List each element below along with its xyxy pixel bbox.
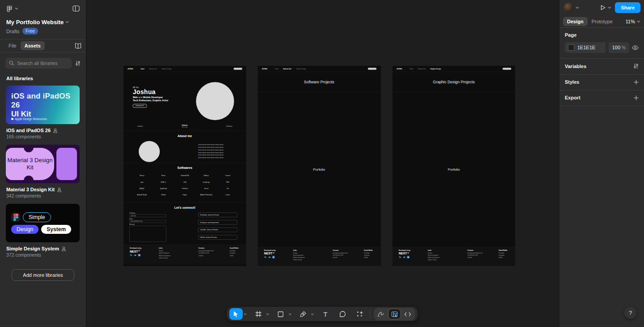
bottom-toolbar: T <box>226 307 418 321</box>
variables-section[interactable]: Variables <box>559 59 644 75</box>
add-style-plus-icon[interactable] <box>634 80 639 85</box>
library-card-simple-design-system[interactable]: Simple Design System <box>6 204 80 242</box>
toggle-panel-icon[interactable] <box>73 5 80 12</box>
library-card-ios26[interactable]: iOS and iPadOS 26 UI Kit Apple Design Re… <box>6 86 80 124</box>
page-color-swatch[interactable] <box>568 44 574 51</box>
nav-graphics-design[interactable]: Graphics Design <box>431 68 441 69</box>
canvas[interactable]: JOSH. Home Software Dev Graphics Design … <box>86 0 559 327</box>
zoom-level-control[interactable]: 11% <box>626 19 640 24</box>
softwares-title: Softwares <box>124 163 246 170</box>
footer-contacts: penuelajoshua@gmail.com+63-908-956-1218L… <box>198 250 230 257</box>
design-mode-button[interactable] <box>388 309 401 319</box>
site-logo[interactable]: JOSH. <box>397 68 403 70</box>
avatar-chevron-icon[interactable] <box>576 6 579 9</box>
stat-followers: Followers <box>226 125 233 127</box>
user-avatar[interactable] <box>564 3 574 13</box>
nav-graphics-design[interactable]: Graphics Design <box>296 68 306 69</box>
footer-contact[interactable]: LinkedIn <box>198 254 230 257</box>
social-link-box[interactable]: Github: Joshua Penuela <box>198 235 237 240</box>
nav-home[interactable]: Home <box>141 68 145 69</box>
software-item: Node.js <box>196 175 217 176</box>
plan-badge[interactable]: Free <box>22 28 38 34</box>
site-logo[interactable]: JOSH. <box>128 68 134 70</box>
dev-mode-button[interactable] <box>401 309 414 319</box>
zoom-level-value: 11% <box>626 19 635 24</box>
page-color-input[interactable]: 1E1E1E <box>565 42 606 53</box>
header-toggle-pill[interactable] <box>503 68 511 69</box>
library-search[interactable] <box>5 58 72 69</box>
nav-software-dev[interactable]: Software Dev <box>283 68 292 69</box>
footer-link[interactable]: Graphic Design <box>159 257 198 259</box>
footer-link[interactable]: Graphic Design <box>293 259 333 261</box>
filter-sliders-icon[interactable] <box>75 60 81 66</box>
file-menu-chevron-icon[interactable] <box>65 21 69 23</box>
cover-pill-design: Design <box>11 225 38 234</box>
tab-file[interactable]: File <box>4 41 21 50</box>
share-button[interactable]: Share <box>615 2 640 13</box>
nav-software-dev[interactable]: Software Dev <box>418 68 426 69</box>
text-tool[interactable]: T <box>319 308 332 320</box>
footer-contacts-title: Contacts <box>333 250 364 251</box>
pen-tool[interactable] <box>296 308 310 320</box>
full-name-field[interactable]: John Doe <box>129 215 166 217</box>
social-link-box[interactable]: LinkedIn: Joshua Peñuela <box>198 228 237 232</box>
footer-social-link[interactable]: Github <box>230 254 243 257</box>
file-location[interactable]: Drafts <box>6 29 19 34</box>
draw-mode-button[interactable] <box>375 309 387 319</box>
nav-software-dev[interactable]: Software Dev <box>149 68 157 69</box>
shape-tool[interactable] <box>274 308 287 320</box>
header-toggle-pill[interactable] <box>234 68 242 69</box>
header-toggle-pill[interactable] <box>368 68 376 69</box>
message-field[interactable] <box>129 226 166 242</box>
tab-assets[interactable]: Assets <box>21 41 45 50</box>
library-title: iOS and iPadOS 26 <box>6 128 51 133</box>
footer-link[interactable]: Graphic Design <box>428 259 467 261</box>
frame-software-projects[interactable]: JOSH. Home Software Dev Graphics Design … <box>258 66 381 266</box>
figma-menu-icon[interactable] <box>6 5 13 12</box>
add-export-plus-icon[interactable] <box>634 95 639 100</box>
library-card-material3[interactable]: Material 3 Design Kit <box>6 145 80 183</box>
variables-sliders-icon[interactable] <box>633 63 639 69</box>
nav-home[interactable]: Home <box>275 68 279 69</box>
tab-prototype[interactable]: Prototype <box>588 17 617 26</box>
frame-graphic-design-projects[interactable]: JOSH. Home Software Dev Graphics Design … <box>392 66 515 266</box>
actions-tool[interactable] <box>353 308 366 320</box>
site-logo[interactable]: JOSH. <box>262 68 268 70</box>
nav-home[interactable]: Home <box>410 68 414 69</box>
about-line: lorem ipsum lorem ipsum lorem ipsum <box>198 156 235 159</box>
move-tool[interactable] <box>229 308 243 320</box>
add-more-libraries-button[interactable]: Add more libraries <box>12 269 74 281</box>
download-cv-button[interactable]: Download CV <box>133 104 147 108</box>
footer-contact[interactable]: LinkedIn <box>467 257 499 259</box>
help-button[interactable]: ? <box>624 307 636 319</box>
nav-graphics-design[interactable]: Graphics Design <box>162 68 171 69</box>
visibility-eye-icon[interactable] <box>632 45 639 50</box>
pen-tool-chevron-icon[interactable] <box>310 313 315 315</box>
frame-tool[interactable] <box>252 308 265 320</box>
search-input[interactable] <box>17 60 68 66</box>
present-chevron-icon[interactable] <box>608 6 611 9</box>
styles-section[interactable]: Styles <box>559 75 644 90</box>
tab-design[interactable]: Design <box>563 17 588 26</box>
social-link-box[interactable]: Instagram: joshuaxpenuela <box>198 220 237 224</box>
page-opacity-input[interactable]: 100 % <box>609 42 629 53</box>
comment-tool[interactable] <box>336 308 349 320</box>
email-field[interactable]: john.doe@email.com <box>129 220 166 223</box>
software-item: CSS <box>174 181 196 183</box>
social-link-box[interactable]: Facebook: Joshua Penuela <box>198 213 237 217</box>
library-book-icon[interactable] <box>75 43 81 49</box>
footer-social-link[interactable]: Github <box>499 257 512 259</box>
move-tool-chevron-icon[interactable] <box>243 313 248 315</box>
footer-social-link[interactable]: Github <box>364 257 377 259</box>
react-icon <box>130 254 132 256</box>
chevron-down-icon[interactable] <box>15 7 18 10</box>
cover-title: Material 3 Design Kit <box>6 157 54 172</box>
software-item: Git <box>217 188 239 189</box>
footer-contact[interactable]: LinkedIn <box>333 257 364 259</box>
present-play-icon[interactable] <box>600 4 606 11</box>
export-section[interactable]: Export <box>559 90 644 106</box>
softwares-section: Softwares Next.jsReactTailwindCSSNode.js… <box>124 163 246 203</box>
frame-tool-chevron-icon[interactable] <box>265 313 270 315</box>
shape-tool-chevron-icon[interactable] <box>287 313 293 315</box>
frame-portfolio-home[interactable]: JOSH. Home Software Dev Graphics Design … <box>124 66 246 266</box>
